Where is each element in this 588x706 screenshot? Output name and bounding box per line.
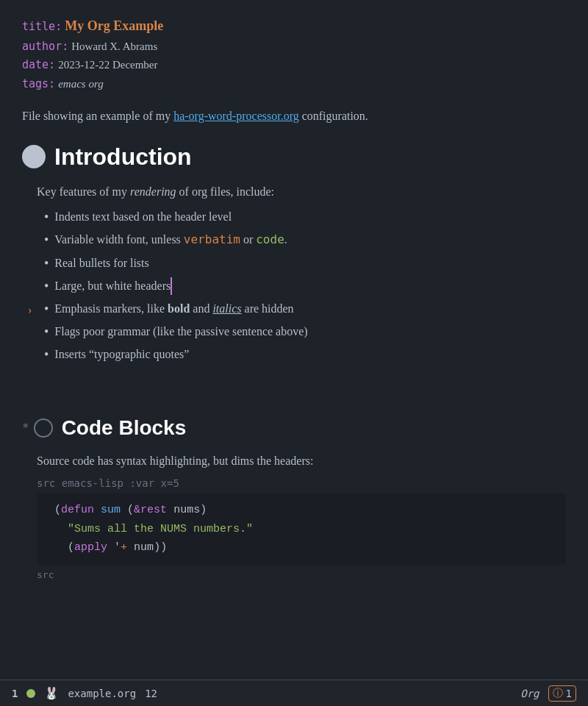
meta-title-key: title: [22, 18, 62, 37]
meta-date-line: date: 2023-12-22 December [22, 56, 566, 75]
bullet-text: Emphasis markers, like bold and italics … [54, 300, 566, 318]
code-line-2: "Sums all the NUMS numbers." [54, 520, 554, 539]
code-line-3: (apply '+ num)) [54, 538, 554, 557]
meta-title-value: My Org Example [65, 15, 163, 38]
status-dot-icon [26, 689, 35, 698]
status-filename: example.org [68, 688, 136, 699]
bold-text: bold [168, 302, 190, 315]
bullet-icon: • [44, 208, 49, 227]
list-item: • Variable width font, unless verbatim o… [44, 231, 566, 249]
section2-heading: * Code Blocks [22, 416, 566, 440]
status-info-num: 1 [566, 688, 572, 699]
list-item: • Indents text based on the header level [44, 208, 566, 227]
section2-title: Code Blocks [62, 416, 187, 440]
list-item: • Real bullets for lists [44, 254, 566, 273]
section1-intro-before: Key features of my [37, 185, 130, 198]
section1-intro-italic: rendering [130, 185, 176, 198]
meta-title-line: title: My Org Example [22, 15, 566, 38]
section1-body: Key features of my rendering of org file… [22, 182, 566, 365]
section2-intro: Source code has syntax highlighting, but… [22, 452, 566, 471]
bullet-icon: • [44, 300, 49, 318]
meta-date-key: date: [22, 56, 55, 75]
meta-tags-key: tags: [22, 75, 55, 94]
intro-text-before: File showing an example of my [22, 110, 173, 122]
verbatim-text: verbatim [184, 232, 240, 246]
section1-intro-after: of org files, include: [176, 185, 274, 198]
meta-tags-line: tags: emacs org [22, 75, 566, 94]
heading-star: * [22, 421, 29, 435]
bullet-text: Variable width font, unless verbatim or … [54, 231, 566, 249]
section2-icon [34, 418, 53, 438]
bullet-text: Indents text based on the header level [54, 208, 566, 226]
bullet-text: Flags poor grammar (like the passive sen… [54, 323, 566, 340]
arrow-icon: › [28, 302, 32, 319]
list-item: • Inserts “typographic quotes” [44, 346, 566, 364]
section1-intro: Key features of my rendering of org file… [37, 182, 566, 202]
status-info-icon: ⓘ [553, 687, 563, 700]
meta-tags-value: emacs org [58, 75, 104, 94]
meta-author-key: author: [22, 38, 68, 57]
status-col-number: 12 [145, 688, 157, 699]
bullet-icon: • [44, 323, 49, 341]
meta-author-value: Howard X. Abrams [71, 38, 157, 57]
status-info-badge: ⓘ 1 [548, 685, 576, 702]
metadata-block: title: My Org Example author: Howard X. … [22, 15, 566, 93]
section2: * Code Blocks Source code has syntax hig… [22, 416, 566, 580]
section1-icon [22, 145, 46, 168]
status-line-number: 1 [12, 688, 18, 699]
list-item: › • Emphasis markers, like bold and ital… [44, 300, 566, 318]
bullet-icon: • [44, 346, 49, 364]
bullet-text: Inserts “typographic quotes” [54, 346, 566, 363]
meta-author-line: author: Howard X. Abrams [22, 38, 566, 57]
code-line-1: (defun sum (&rest nums) [54, 501, 554, 520]
intro-text-after: configuration. [299, 110, 368, 122]
list-item: • Flags poor grammar (like the passive s… [44, 323, 566, 341]
code-content: (defun sum (&rest nums) "Sums all the NU… [49, 501, 554, 557]
bullet-text: Large, but white headers [54, 277, 566, 295]
bullet-icon: • [44, 277, 49, 296]
src-footer-label: src [22, 569, 566, 580]
code-inline: code [256, 232, 284, 246]
intro-paragraph: File showing an example of my ha-org-wor… [22, 107, 566, 126]
bullet-icon: • [44, 254, 49, 273]
status-bar: 1 🐰 example.org 12 Org ⓘ 1 [0, 680, 588, 706]
status-right-section: Org ⓘ 1 [520, 685, 576, 702]
src-header-label: src emacs-lisp :var x=5 [22, 477, 566, 489]
section1-title: Introduction [54, 143, 192, 171]
bullet-text: Real bullets for lists [54, 254, 566, 272]
bullet-icon: • [44, 231, 49, 249]
italic-text: italics [212, 302, 241, 315]
section1-bullet-list: • Indents text based on the header level… [37, 208, 566, 364]
section1-heading: Introduction [22, 143, 566, 171]
status-arrow-icon: 🐰 [44, 686, 59, 700]
code-block: (defun sum (&rest nums) "Sums all the NU… [37, 493, 566, 565]
intro-link[interactable]: ha-org-word-processor.org [173, 110, 298, 122]
list-item: • Large, but white headers [44, 277, 566, 296]
meta-date-value: 2023-12-22 December [58, 56, 157, 75]
status-mode: Org [520, 688, 539, 699]
